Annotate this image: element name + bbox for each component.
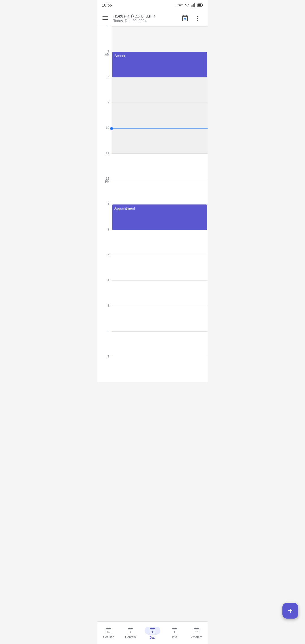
time-row-10: 10 xyxy=(97,128,208,153)
time-label-11: 11 xyxy=(97,151,112,155)
time-label-9: 9 xyxy=(97,101,112,104)
header-title-hebrew: היום, יט כסלו ה-תשפה xyxy=(113,13,155,19)
hebrew-status-icon: נסל״ו xyxy=(176,3,183,7)
time-slot-6pm[interactable] xyxy=(112,331,208,357)
time-slot-8[interactable] xyxy=(112,77,208,103)
time-slot-5pm[interactable] xyxy=(112,306,208,331)
time-slot-6[interactable] xyxy=(112,26,208,52)
time-grid: 6 7AM School 8 9 10 xyxy=(97,26,208,382)
svg-rect-6 xyxy=(198,4,201,6)
time-slot-9[interactable] xyxy=(112,103,208,128)
time-row-12pm: 12PM xyxy=(97,179,208,204)
time-row-6pm: 6 xyxy=(97,331,208,357)
time-label-6: 6 xyxy=(97,24,112,28)
header-title-gregorian: Today, Dec 20, 2024 xyxy=(113,19,155,23)
header-title: היום, יט כסלו ה-תשפה Today, Dec 20, 2024 xyxy=(113,13,155,23)
time-label-5pm: 5 xyxy=(97,304,112,307)
svg-rect-5 xyxy=(202,5,203,6)
menu-button[interactable] xyxy=(100,12,111,24)
event-school[interactable]: School xyxy=(112,52,207,77)
time-row-7pm: 7 xyxy=(97,357,208,382)
time-label-4pm: 4 xyxy=(97,279,112,282)
time-label-8: 8 xyxy=(97,75,112,79)
svg-text:20: 20 xyxy=(184,18,186,21)
header-right: 20 ⋮ xyxy=(179,12,203,24)
event-school-title: School xyxy=(114,54,126,58)
time-row-5pm: 5 xyxy=(97,306,208,331)
header-left: היום, יט כסלו ה-תשפה Today, Dec 20, 2024 xyxy=(100,12,155,24)
status-bar: 10:56 נסל״ו xyxy=(97,0,208,10)
time-slot-7am[interactable]: School xyxy=(112,52,208,77)
svg-rect-2 xyxy=(193,4,194,7)
time-row-6: 6 xyxy=(97,26,208,52)
time-row-4pm: 4 xyxy=(97,280,208,306)
time-label-1pm: 1 xyxy=(97,202,112,206)
time-label-7am: 7AM xyxy=(97,50,112,56)
time-row-8: 8 xyxy=(97,77,208,103)
time-slot-4pm[interactable] xyxy=(112,280,208,306)
signal-icon xyxy=(191,3,196,7)
time-row-2pm: 2 xyxy=(97,230,208,255)
time-label-12pm: 12PM xyxy=(97,177,112,183)
event-appointment[interactable]: Appointment xyxy=(112,204,207,230)
svg-rect-1 xyxy=(193,5,193,7)
svg-rect-0 xyxy=(191,5,192,7)
time-slot-11[interactable] xyxy=(112,153,208,179)
time-slot-2pm[interactable] xyxy=(112,230,208,255)
status-icons: נסל״ו xyxy=(176,3,203,7)
time-row-9: 9 xyxy=(97,103,208,128)
status-time: 10:56 xyxy=(102,3,112,7)
time-slot-10-current[interactable] xyxy=(112,128,208,153)
time-label-2pm: 2 xyxy=(97,228,112,231)
time-row-7am: 7AM School xyxy=(97,52,208,77)
time-row-11: 11 xyxy=(97,153,208,179)
event-appointment-title: Appointment xyxy=(114,206,135,210)
time-slot-7pm[interactable] xyxy=(112,357,208,382)
time-slot-12pm[interactable] xyxy=(112,179,208,204)
time-slot-3pm[interactable] xyxy=(112,255,208,280)
svg-rect-3 xyxy=(194,3,195,7)
time-label-10: 10 xyxy=(97,126,112,129)
battery-icon xyxy=(197,3,203,7)
time-slot-1pm[interactable]: Appointment xyxy=(112,204,208,230)
app-header: היום, יט כסלו ה-תשפה Today, Dec 20, 2024… xyxy=(97,10,208,26)
time-label-7pm: 7 xyxy=(97,355,112,358)
calendar-content: 6 7AM School 8 9 10 xyxy=(97,26,208,405)
time-label-3pm: 3 xyxy=(97,253,112,256)
current-time-dot xyxy=(110,127,113,130)
time-row-1pm: 1 Appointment xyxy=(97,204,208,230)
time-row-3pm: 3 xyxy=(97,255,208,280)
calendar-icon: 20 xyxy=(182,15,188,21)
calendar-today-button[interactable]: 20 xyxy=(179,12,191,24)
wifi-icon xyxy=(185,3,189,7)
time-label-6pm: 6 xyxy=(97,329,112,333)
more-options-button[interactable]: ⋮ xyxy=(192,12,203,24)
